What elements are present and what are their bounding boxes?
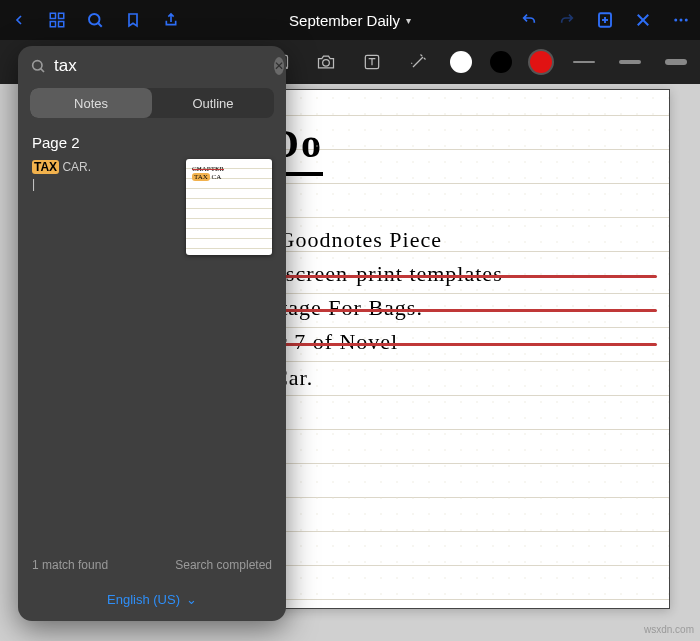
svg-point-11 xyxy=(674,19,677,22)
result-snippet: TAX CAR.| xyxy=(32,159,174,255)
search-icon[interactable] xyxy=(82,7,108,33)
result-page-label[interactable]: Page 2 xyxy=(18,128,286,159)
share-icon[interactable] xyxy=(158,7,184,33)
text-tool-icon[interactable] xyxy=(358,48,386,76)
search-status: Search completed xyxy=(175,558,272,572)
tab-outline[interactable]: Outline xyxy=(152,88,274,118)
match-count: 1 match found xyxy=(32,558,108,572)
svg-rect-3 xyxy=(59,22,64,27)
segmented-control: Notes Outline xyxy=(30,88,274,118)
search-glyph-icon xyxy=(30,58,46,74)
back-icon[interactable] xyxy=(6,7,32,33)
more-icon[interactable] xyxy=(668,7,694,33)
svg-line-5 xyxy=(98,23,102,27)
search-input[interactable] xyxy=(54,56,266,76)
stroke-thin-icon[interactable] xyxy=(570,48,598,76)
undo-icon[interactable] xyxy=(516,7,542,33)
result-thumbnail[interactable]: CHAPTER TAX CA xyxy=(186,159,272,255)
search-result[interactable]: TAX CAR.| CHAPTER TAX CA xyxy=(18,159,286,255)
color-white[interactable] xyxy=(450,51,472,73)
watermark: wsxdn.com xyxy=(644,624,694,635)
bookmark-icon[interactable] xyxy=(120,7,146,33)
document-title[interactable]: September Daily ▾ xyxy=(196,12,504,29)
title-bar: September Daily ▾ xyxy=(0,0,700,40)
search-panel: ✕ Notes Outline Page 2 TAX CAR.| CHAPTER… xyxy=(18,46,286,621)
document-title-text: September Daily xyxy=(289,12,400,29)
svg-rect-1 xyxy=(59,13,64,18)
svg-point-12 xyxy=(680,19,683,22)
chevron-down-icon: ⌄ xyxy=(186,592,197,607)
camera-tool-icon[interactable] xyxy=(312,48,340,76)
chevron-down-icon: ▾ xyxy=(406,15,411,26)
svg-rect-0 xyxy=(50,13,55,18)
color-black[interactable] xyxy=(490,51,512,73)
magic-tool-icon[interactable] xyxy=(404,48,432,76)
svg-point-16 xyxy=(323,60,330,67)
svg-point-13 xyxy=(685,19,688,22)
svg-point-4 xyxy=(89,14,100,25)
stroke-med-icon[interactable] xyxy=(616,48,644,76)
search-status-row: 1 match found Search completed xyxy=(18,548,286,582)
svg-point-18 xyxy=(33,61,42,70)
stroke-thick-icon[interactable] xyxy=(662,48,690,76)
tab-notes[interactable]: Notes xyxy=(30,88,152,118)
add-page-icon[interactable] xyxy=(592,7,618,33)
redo-icon[interactable] xyxy=(554,7,580,33)
color-red[interactable] xyxy=(530,51,552,73)
svg-rect-2 xyxy=(50,22,55,27)
language-picker[interactable]: English (US) ⌄ xyxy=(18,582,286,621)
close-icon[interactable] xyxy=(630,7,656,33)
search-row: ✕ xyxy=(18,46,286,82)
clear-search-button[interactable]: ✕ xyxy=(274,57,284,75)
svg-line-19 xyxy=(41,69,44,72)
thumbnails-icon[interactable] xyxy=(44,7,70,33)
